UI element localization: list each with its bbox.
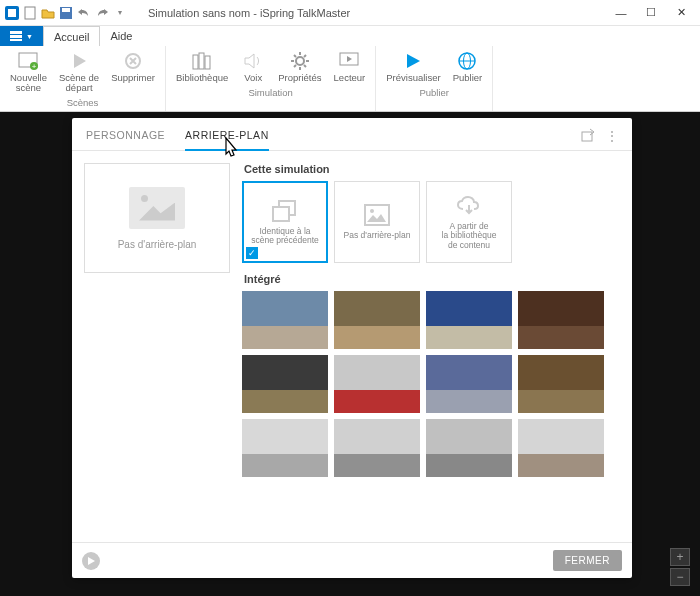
minimize-button[interactable]: — <box>606 2 636 24</box>
svg-rect-30 <box>273 207 289 221</box>
svg-rect-6 <box>10 35 22 38</box>
background-thumb[interactable] <box>334 291 420 349</box>
close-window-button[interactable]: ✕ <box>666 2 696 24</box>
background-thumb[interactable] <box>426 355 512 413</box>
file-tab-icon <box>10 31 22 41</box>
background-panel: PERSONNAGE ARRIERE-PLAN ⋮ Pas d'arrière-… <box>72 118 632 578</box>
svg-rect-5 <box>10 31 22 34</box>
background-thumb[interactable] <box>334 419 420 477</box>
file-tab[interactable]: ▼ <box>0 26 43 46</box>
preview-icon <box>402 50 424 72</box>
card-same-as-previous[interactable]: Identique à la scène précédente <box>242 181 328 263</box>
maximize-button[interactable]: ☐ <box>636 2 666 24</box>
player-button[interactable]: Lecteur <box>330 48 370 85</box>
ribbon: +Nouvelle scène Scène de départ Supprime… <box>0 46 700 112</box>
background-thumb[interactable] <box>242 355 328 413</box>
tab-help[interactable]: Aide <box>100 26 142 46</box>
background-thumb[interactable] <box>518 355 604 413</box>
play-icon <box>68 50 90 72</box>
preview-box: Pas d'arrière-plan <box>84 163 230 273</box>
more-icon[interactable]: ⋮ <box>605 128 618 144</box>
svg-text:+: + <box>32 62 37 70</box>
background-thumb[interactable] <box>518 291 604 349</box>
open-icon[interactable] <box>40 5 56 21</box>
svg-rect-14 <box>205 56 210 69</box>
stage: PERSONNAGE ARRIERE-PLAN ⋮ Pas d'arrière-… <box>0 112 700 596</box>
titlebar: ▾ Simulation sans nom - iSpring TalkMast… <box>0 0 700 26</box>
svg-line-22 <box>294 65 296 67</box>
svg-rect-4 <box>62 8 70 12</box>
svg-point-15 <box>296 57 304 65</box>
background-thumb[interactable] <box>426 291 512 349</box>
card-no-background[interactable]: Pas d'arrière-plan <box>334 181 420 263</box>
svg-line-21 <box>304 65 306 67</box>
tab-background[interactable]: ARRIERE-PLAN <box>185 129 269 151</box>
card-content-library[interactable]: A partir de la bibliothèque de contenu <box>426 181 512 263</box>
tab-character[interactable]: PERSONNAGE <box>86 129 165 149</box>
export-icon[interactable] <box>581 128 595 144</box>
redo-icon[interactable] <box>94 5 110 21</box>
svg-rect-7 <box>10 39 22 41</box>
image-placeholder-icon <box>363 203 391 227</box>
background-thumb[interactable] <box>426 419 512 477</box>
globe-icon <box>456 50 478 72</box>
section-this-simulation: Cette simulation <box>244 163 622 175</box>
svg-rect-13 <box>199 53 204 69</box>
stacked-rects-icon <box>271 199 299 223</box>
save-icon[interactable] <box>58 5 74 21</box>
window-title: Simulation sans nom - iSpring TalkMaster <box>128 7 606 19</box>
app-icon <box>4 5 20 21</box>
svg-rect-12 <box>193 55 198 69</box>
library-button[interactable]: Bibliothèque <box>172 48 232 85</box>
voice-icon <box>242 50 264 72</box>
preview-label: Pas d'arrière-plan <box>118 239 197 250</box>
properties-button[interactable]: Propriétés <box>274 48 325 85</box>
svg-rect-2 <box>25 7 35 19</box>
zoom-controls: + − <box>670 548 690 586</box>
library-icon <box>191 50 213 72</box>
svg-point-32 <box>370 209 374 213</box>
player-icon <box>338 50 360 72</box>
undo-icon[interactable] <box>76 5 92 21</box>
zoom-in-button[interactable]: + <box>670 548 690 566</box>
new-doc-icon[interactable] <box>22 5 38 21</box>
qat-dropdown-icon[interactable]: ▾ <box>112 5 128 21</box>
svg-line-20 <box>294 55 296 57</box>
new-scene-icon: + <box>17 50 39 72</box>
gear-icon <box>289 50 311 72</box>
background-thumb[interactable] <box>518 419 604 477</box>
tab-home[interactable]: Accueil <box>43 26 100 46</box>
delete-icon <box>122 50 144 72</box>
start-scene-button[interactable]: Scène de départ <box>55 48 103 95</box>
zoom-out-button[interactable]: − <box>670 568 690 586</box>
background-thumb[interactable] <box>334 355 420 413</box>
cloud-download-icon <box>455 194 483 218</box>
preview-button[interactable]: Prévisualiser <box>382 48 444 85</box>
ribbon-group-simulation-label: Simulation <box>248 87 292 98</box>
section-builtin: Intégré <box>244 273 622 285</box>
close-button[interactable]: FERMER <box>553 550 622 571</box>
footer-play-button[interactable] <box>82 552 100 570</box>
background-thumb[interactable] <box>242 291 328 349</box>
ribbon-group-publish-label: Publier <box>419 87 449 98</box>
voice-button[interactable]: Voix <box>236 48 270 85</box>
publish-button[interactable]: Publier <box>449 48 487 85</box>
svg-rect-28 <box>582 132 592 141</box>
svg-line-23 <box>304 55 306 57</box>
play-icon <box>87 557 95 565</box>
ribbon-tabbar: ▼ Accueil Aide <box>0 26 700 46</box>
image-placeholder-icon <box>129 187 185 229</box>
ribbon-group-scenes-label: Scènes <box>67 97 99 108</box>
svg-rect-1 <box>8 9 16 17</box>
new-scene-button[interactable]: +Nouvelle scène <box>6 48 51 95</box>
delete-button[interactable]: Supprimer <box>107 48 159 95</box>
background-thumb[interactable] <box>242 419 328 477</box>
